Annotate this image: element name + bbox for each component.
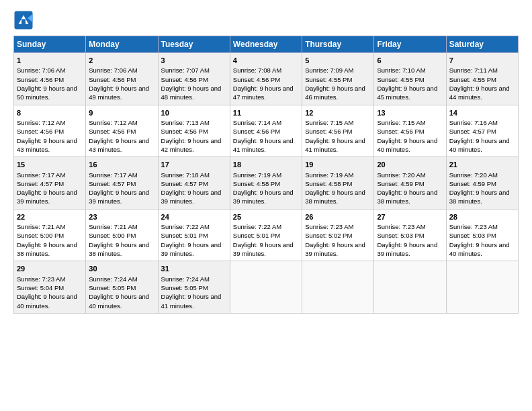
week-row-4: 22Sunrise: 7:21 AMSunset: 5:00 PMDayligh… [14, 209, 519, 261]
day-number: 16 [89, 160, 154, 170]
day-number: 5 [305, 56, 371, 66]
day-cell [374, 261, 446, 314]
daylight-label: Daylight: 9 hours and 40 minutes. [377, 137, 437, 153]
page: SundayMondayTuesdayWednesdayThursdayFrid… [0, 0, 532, 411]
day-cell: 4Sunrise: 7:08 AMSunset: 4:56 PMDaylight… [230, 53, 302, 105]
sunset-label: Sunset: 4:55 PM [377, 76, 424, 83]
day-cell: 1Sunrise: 7:06 AMSunset: 4:56 PMDaylight… [14, 53, 86, 105]
sunset-label: Sunset: 4:58 PM [233, 180, 280, 187]
day-number: 11 [233, 108, 299, 118]
sunrise-label: Sunrise: 7:23 AM [449, 223, 498, 230]
sunrise-label: Sunrise: 7:22 AM [161, 223, 210, 230]
col-header-thursday: Thursday [302, 36, 374, 53]
day-number: 9 [89, 108, 154, 118]
daylight-label: Daylight: 9 hours and 39 minutes. [161, 189, 222, 205]
sunrise-label: Sunrise: 7:18 AM [161, 171, 210, 179]
day-cell: 29Sunrise: 7:23 AMSunset: 5:04 PMDayligh… [14, 261, 86, 314]
day-cell: 25Sunrise: 7:22 AMSunset: 5:01 PMDayligh… [230, 209, 302, 261]
col-header-sunday: Sunday [14, 36, 86, 53]
logo-icon [13, 10, 34, 30]
day-number: 24 [161, 212, 227, 222]
day-cell: 20Sunrise: 7:20 AMSunset: 4:59 PMDayligh… [374, 157, 446, 210]
sunrise-label: Sunrise: 7:23 AM [305, 223, 353, 230]
sunset-label: Sunset: 4:57 PM [161, 180, 208, 187]
sunrise-label: Sunrise: 7:19 AM [233, 171, 281, 179]
svg-rect-2 [21, 19, 26, 25]
day-cell: 10Sunrise: 7:13 AMSunset: 4:56 PMDayligh… [158, 105, 230, 157]
sunset-label: Sunset: 4:57 PM [17, 180, 64, 187]
sunrise-label: Sunrise: 7:14 AM [233, 119, 281, 126]
sunset-label: Sunset: 4:55 PM [449, 76, 496, 83]
sunset-label: Sunset: 4:55 PM [305, 76, 352, 83]
day-cell: 7Sunrise: 7:11 AMSunset: 4:55 PMDaylight… [446, 53, 518, 105]
sunset-label: Sunset: 4:59 PM [449, 180, 496, 187]
sunrise-label: Sunrise: 7:07 AM [161, 66, 210, 74]
sunrise-label: Sunrise: 7:09 AM [305, 66, 353, 74]
sunrise-label: Sunrise: 7:16 AM [449, 119, 498, 126]
day-cell: 31Sunrise: 7:24 AMSunset: 5:05 PMDayligh… [158, 261, 230, 314]
daylight-label: Daylight: 9 hours and 38 minutes. [449, 189, 510, 205]
sunset-label: Sunset: 5:01 PM [161, 232, 208, 239]
sunrise-label: Sunrise: 7:12 AM [89, 119, 137, 126]
sunset-label: Sunset: 4:56 PM [89, 128, 136, 135]
day-cell: 21Sunrise: 7:20 AMSunset: 4:59 PMDayligh… [446, 157, 518, 210]
day-cell: 11Sunrise: 7:14 AMSunset: 4:56 PMDayligh… [230, 105, 302, 157]
sunset-label: Sunset: 4:56 PM [161, 76, 208, 83]
day-number: 17 [161, 160, 227, 170]
sunset-label: Sunset: 4:56 PM [89, 76, 136, 83]
daylight-label: Daylight: 9 hours and 39 minutes. [233, 189, 294, 205]
sunrise-label: Sunrise: 7:08 AM [233, 66, 281, 74]
sunset-label: Sunset: 5:00 PM [89, 232, 136, 239]
col-header-saturday: Saturday [446, 36, 518, 53]
sunset-label: Sunset: 5:05 PM [161, 284, 208, 291]
sunrise-label: Sunrise: 7:22 AM [233, 223, 281, 230]
sunset-label: Sunset: 5:04 PM [17, 284, 64, 291]
sunrise-label: Sunrise: 7:21 AM [89, 223, 137, 230]
daylight-label: Daylight: 9 hours and 44 minutes. [449, 85, 510, 101]
day-cell: 17Sunrise: 7:18 AMSunset: 4:57 PMDayligh… [158, 157, 230, 210]
sunrise-label: Sunrise: 7:17 AM [89, 171, 137, 179]
sunrise-label: Sunrise: 7:10 AM [377, 66, 425, 74]
daylight-label: Daylight: 9 hours and 40 minutes. [449, 241, 510, 257]
daylight-label: Daylight: 9 hours and 40 minutes. [89, 293, 149, 309]
day-number: 6 [377, 56, 443, 66]
daylight-label: Daylight: 9 hours and 43 minutes. [89, 137, 149, 153]
day-number: 22 [17, 212, 83, 222]
day-cell: 26Sunrise: 7:23 AMSunset: 5:02 PMDayligh… [302, 209, 374, 261]
sunset-label: Sunset: 5:03 PM [449, 232, 496, 239]
daylight-label: Daylight: 9 hours and 38 minutes. [377, 189, 437, 205]
sunset-label: Sunset: 4:56 PM [17, 76, 64, 83]
daylight-label: Daylight: 9 hours and 46 minutes. [305, 85, 365, 101]
header-row: SundayMondayTuesdayWednesdayThursdayFrid… [14, 36, 519, 53]
day-number: 4 [233, 56, 299, 66]
week-row-1: 1Sunrise: 7:06 AMSunset: 4:56 PMDaylight… [14, 53, 519, 105]
day-number: 25 [233, 212, 299, 222]
day-number: 8 [17, 108, 83, 118]
sunrise-label: Sunrise: 7:23 AM [377, 223, 425, 230]
day-number: 20 [377, 160, 443, 170]
day-cell: 9Sunrise: 7:12 AMSunset: 4:56 PMDaylight… [86, 105, 158, 157]
day-number: 1 [17, 56, 83, 66]
day-number: 28 [449, 212, 515, 222]
daylight-label: Daylight: 9 hours and 39 minutes. [305, 241, 365, 257]
day-cell: 14Sunrise: 7:16 AMSunset: 4:57 PMDayligh… [446, 105, 518, 157]
day-cell: 28Sunrise: 7:23 AMSunset: 5:03 PMDayligh… [446, 209, 518, 261]
daylight-label: Daylight: 9 hours and 39 minutes. [233, 241, 294, 257]
daylight-label: Daylight: 9 hours and 41 minutes. [161, 293, 222, 309]
day-cell: 8Sunrise: 7:12 AMSunset: 4:56 PMDaylight… [14, 105, 86, 157]
sunrise-label: Sunrise: 7:13 AM [161, 119, 210, 126]
daylight-label: Daylight: 9 hours and 49 minutes. [89, 85, 149, 101]
day-cell: 16Sunrise: 7:17 AMSunset: 4:57 PMDayligh… [86, 157, 158, 210]
sunrise-label: Sunrise: 7:15 AM [305, 119, 353, 126]
sunset-label: Sunset: 4:56 PM [17, 128, 64, 135]
day-number: 26 [305, 212, 371, 222]
daylight-label: Daylight: 9 hours and 39 minutes. [89, 189, 149, 205]
week-row-2: 8Sunrise: 7:12 AMSunset: 4:56 PMDaylight… [14, 105, 519, 157]
daylight-label: Daylight: 9 hours and 41 minutes. [305, 137, 365, 153]
sunset-label: Sunset: 4:56 PM [305, 128, 352, 135]
daylight-label: Daylight: 9 hours and 42 minutes. [161, 137, 222, 153]
col-header-friday: Friday [374, 36, 446, 53]
day-number: 15 [17, 160, 83, 170]
day-cell: 27Sunrise: 7:23 AMSunset: 5:03 PMDayligh… [374, 209, 446, 261]
daylight-label: Daylight: 9 hours and 41 minutes. [233, 137, 294, 153]
